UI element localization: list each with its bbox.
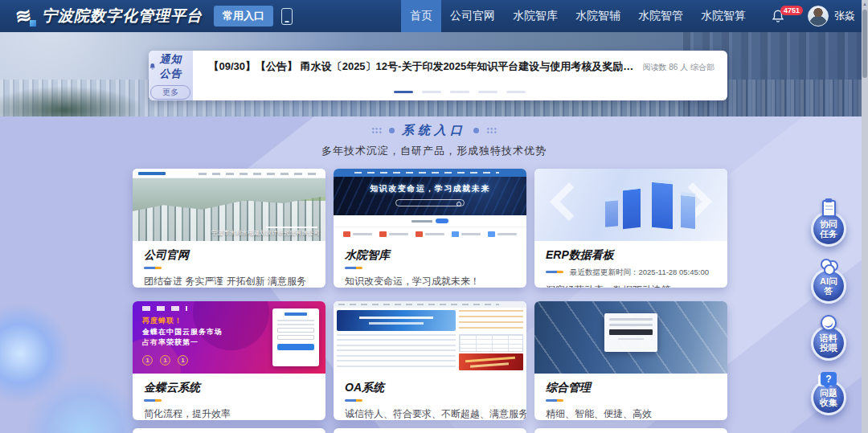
kingdee-promo-line: 占有率荣获第一: [142, 337, 199, 348]
clipboard-icon: [822, 200, 836, 217]
user-avatar[interactable]: [808, 6, 829, 27]
main-section: 系统入口 多年技术沉淀，自研产品，形成独特技术优势 宁波市水利水电规划设计研究院…: [0, 116, 868, 433]
accent-dash: [345, 267, 515, 269]
glow-orb-decoration: [24, 374, 145, 433]
glow-orb-decoration: [0, 301, 72, 406]
kingdee-preview: 再度蝉联！ 金蝶在中国云服务市场 占有率荣获第一 1 1 1: [133, 301, 326, 374]
accent-dash: [546, 271, 563, 273]
company-name-caption: 宁波市水利水电规划设计研究院有限公司: [211, 229, 320, 237]
card-title: 金蝶云系统: [144, 381, 314, 395]
card-description: 诚信待人、符合要求、不断超越、满意服务: [345, 407, 515, 420]
float-btn-ai-qa[interactable]: AI问答: [811, 258, 846, 304]
tower-decoration: [605, 197, 618, 227]
notice-panel: 通知公告 更多 【09/30】【公告】 甬水设〔2025〕12号-关于印发202…: [149, 51, 727, 100]
zhiku-preview: 知识改变命运，学习成就未来: [334, 169, 526, 241]
card-admin-management[interactable]: 综合管理 精细、智能、便捷、高效: [534, 301, 727, 420]
dots-decoration: [371, 127, 382, 134]
float-btn-label: 协同任务: [819, 219, 838, 239]
nav-item-zhiku[interactable]: 水院智库: [504, 0, 567, 32]
carousel-dot[interactable]: [394, 91, 413, 93]
nav-item-zhiguan[interactable]: 水院智管: [629, 0, 692, 32]
dots-decoration: [486, 127, 497, 134]
card-erp-dashboard[interactable]: ERP数据看板 最近数据更新时间：2025-11-28 05:45:00 洞察经…: [534, 169, 727, 288]
scroll-up-arrow[interactable]: ▲: [862, 0, 868, 8]
preview-side-links: [459, 310, 523, 331]
login-button-decoration: [277, 344, 314, 350]
carousel-dot[interactable]: [450, 91, 469, 93]
app-title: 宁波院数字化管理平台: [42, 6, 203, 27]
float-btn-label: 问题收集: [819, 388, 838, 408]
main-nav: 首页 公司官网 水院智库 水院智辅 水院智管 水院智算: [401, 0, 755, 32]
carousel-dot[interactable]: [478, 91, 497, 93]
accent-dash: [546, 399, 716, 402]
question-icon: ?: [821, 372, 837, 386]
card-zhiku[interactable]: 知识改变命运，学习成就未来 水院智库 知识改变命运，学习成就未来！: [334, 169, 526, 288]
quick-entry-button[interactable]: 常用入口: [214, 6, 273, 27]
caption-line-decoration: [266, 227, 317, 228]
search-bar-decoration: [395, 199, 465, 206]
float-btn-issue-collect[interactable]: ? 问题收集: [811, 372, 846, 415]
card-kingdee-cloud[interactable]: 再度蝉联！ 金蝶在中国云服务市场 占有率荣获第一 1 1 1: [133, 301, 326, 420]
notice-more-button[interactable]: 更多: [150, 85, 190, 100]
preview-table: [459, 334, 523, 352]
float-btn-collab-tasks[interactable]: 协同任务: [811, 200, 846, 247]
notice-headline-link[interactable]: 【09/30】【公告】 甬水设〔2025〕12号-关于印发2025年知识平台建设…: [209, 59, 643, 74]
dot-decoration: [389, 128, 395, 133]
brand-logos-decoration: [142, 306, 187, 311]
partial-card[interactable]: [534, 428, 727, 433]
notice-carousel-dots: [394, 91, 526, 93]
kingdee-promo-line: 金蝶在中国云服务市场: [142, 327, 223, 337]
medal-icon: 1: [178, 355, 188, 366]
nav-item-company-site[interactable]: 公司官网: [441, 0, 504, 32]
banner-headline: 知识改变命运，学习成就未来: [334, 183, 526, 194]
carousel-dot[interactable]: [422, 91, 441, 93]
partial-card[interactable]: [334, 428, 526, 433]
wave-glyph: ≋: [14, 6, 32, 27]
carousel-dot[interactable]: [506, 91, 526, 93]
notification-count-badge: 4751: [780, 6, 803, 15]
floating-tools: 协同任务 AI问答 语料投喂 ? 问题收集: [811, 200, 846, 415]
erp-preview: [534, 169, 727, 241]
scrollbar-thumb[interactable]: [862, 10, 867, 78]
notice-content: 【09/30】【公告】 甬水设〔2025〕12号-关于印发2025年知识平台建设…: [193, 51, 727, 100]
card-oa-system[interactable]: OA系统 诚信待人、符合要求、不断超越、满意服务: [334, 301, 526, 420]
float-btn-label: AI问答: [819, 276, 838, 296]
float-btn-corpus-feed[interactable]: 语料投喂: [811, 315, 846, 361]
preview-navbar: [133, 169, 326, 178]
card-company-website[interactable]: 宁波市水利水电规划设计研究院有限公司 公司官网 团结奋进 务实严谨 开拓创新 满…: [133, 169, 326, 288]
card-title: ERP数据看板: [546, 248, 716, 263]
card-description: 精细、智能、便捷、高效: [546, 407, 716, 420]
float-btn-label: 语料投喂: [819, 333, 838, 353]
mobile-phone-icon[interactable]: [281, 8, 293, 25]
notifications-bell[interactable]: 4751: [771, 9, 785, 23]
tower-decoration: [681, 192, 695, 229]
nav-item-home[interactable]: 首页: [401, 0, 441, 32]
partial-card[interactable]: [133, 428, 326, 433]
notice-panel-title-row: 通知公告: [149, 52, 193, 81]
nav-item-zhisuan[interactable]: 水院智算: [692, 0, 755, 32]
preview-photo: 宁波市水利水电规划设计研究院有限公司: [133, 178, 326, 241]
page-scrollbar[interactable]: ▲: [862, 0, 868, 433]
section-header: 系统入口 多年技术沉淀，自研产品，形成独特技术优势: [0, 116, 868, 158]
top-header: ≋ 宁波院数字化管理平台 常用入口 首页 公司官网 水院智库 水院智辅 水院智管…: [0, 0, 868, 32]
admin-preview: [534, 301, 727, 374]
kingdee-tagline: 再度蝉联！: [142, 316, 182, 326]
notice-panel-left: 通知公告 更多: [149, 51, 193, 100]
section-title: 系统入口: [402, 123, 466, 138]
preview-toolbar: [334, 301, 526, 308]
preview-banner: 知识改变命运，学习成就未来: [334, 177, 526, 215]
username-label: 张焱: [834, 9, 855, 23]
notice-read-meta: 阅读数 86 人 综合部: [643, 59, 714, 73]
preview-navbar: [334, 169, 526, 177]
nav-item-zhifu[interactable]: 水院智辅: [567, 0, 629, 32]
preview-link-list: [337, 334, 456, 370]
card-description: 团结奋进 务实严谨 开拓创新 满意服务: [144, 275, 314, 288]
dot-decoration: [473, 128, 479, 133]
feed-icon: [821, 315, 837, 331]
announcement-bell-icon: [149, 61, 157, 71]
tower-decoration: [623, 186, 641, 229]
company-website-preview: 宁波市水利水电规划设计研究院有限公司: [133, 169, 326, 241]
oa-preview: [334, 301, 526, 374]
preview-mid-strip: [334, 215, 526, 227]
hero-foliage-decoration: [0, 86, 145, 116]
